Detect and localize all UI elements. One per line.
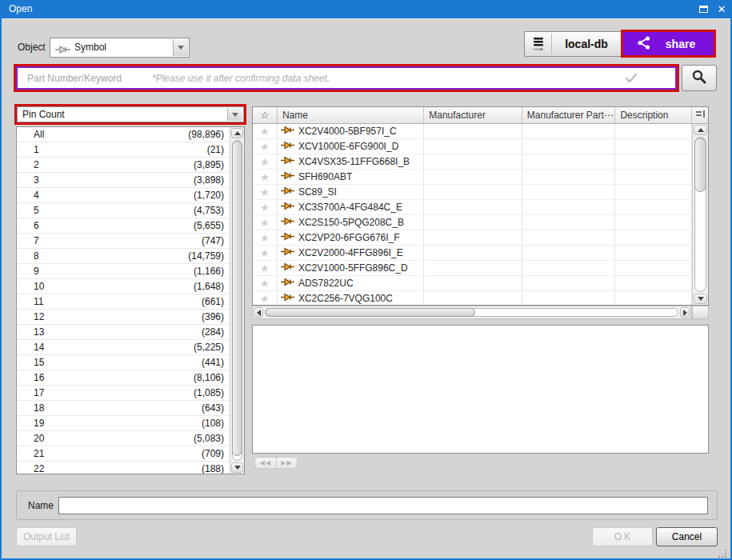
- pin-count-row[interactable]: 15(441): [17, 355, 230, 370]
- pin-list-scrollbar[interactable]: [230, 127, 244, 474]
- table-row[interactable]: ★XC4VSX35-11FFG668I_B: [253, 154, 692, 170]
- scroll-up-button[interactable]: [231, 128, 243, 138]
- table-scrollbar[interactable]: [692, 124, 708, 305]
- favorite-star-icon[interactable]: ★: [253, 246, 278, 260]
- part-name-cell[interactable]: SC89_SI: [278, 185, 424, 199]
- part-name-cell[interactable]: XC2C256-7VQG100C: [278, 291, 424, 305]
- favorite-star-icon[interactable]: ★: [253, 170, 278, 184]
- table-row[interactable]: ★XC2V2000-4FFG896I_E: [253, 246, 692, 261]
- description-cell[interactable]: [615, 230, 692, 245]
- pin-count-row[interactable]: 20(5,083): [17, 431, 230, 446]
- favorite-star-icon[interactable]: ★: [253, 230, 278, 245]
- pin-count-row[interactable]: 9(1,166): [17, 264, 230, 279]
- manufacturer-cell[interactable]: [424, 276, 522, 290]
- favorite-star-icon[interactable]: ★: [253, 124, 278, 138]
- manufacturer-cell[interactable]: [424, 170, 522, 184]
- name-input[interactable]: [58, 497, 708, 514]
- pin-count-row[interactable]: 13(284): [17, 325, 230, 340]
- favorite-column-header[interactable]: ☆: [253, 107, 278, 123]
- scroll-thumb[interactable]: [232, 141, 242, 456]
- object-type-dropdown[interactable]: Symbol: [50, 38, 190, 58]
- pin-count-row[interactable]: 10(1,648): [17, 279, 230, 294]
- table-row[interactable]: ★SC89_SI: [253, 185, 692, 200]
- pin-count-row[interactable]: 19(108): [17, 416, 230, 431]
- description-cell[interactable]: [615, 291, 692, 305]
- description-cell[interactable]: [615, 261, 692, 275]
- table-row[interactable]: ★SFH690ABT: [253, 170, 692, 185]
- description-column-header[interactable]: Description: [615, 107, 692, 123]
- part-name-cell[interactable]: ADS7822UC: [278, 276, 424, 290]
- pin-count-row[interactable]: 2(3,895): [17, 158, 230, 173]
- manufacturer-cell[interactable]: [424, 246, 522, 260]
- close-button[interactable]: ✕: [714, 2, 730, 16]
- description-cell[interactable]: [615, 170, 692, 184]
- pin-count-row[interactable]: 18(643): [17, 401, 230, 416]
- manufacturer-cell[interactable]: [424, 185, 522, 199]
- previous-page-button[interactable]: ◀◀: [254, 457, 276, 469]
- manufacturer-part-cell[interactable]: [522, 215, 616, 230]
- pin-count-row[interactable]: 12(396): [17, 310, 230, 325]
- manufacturer-cell[interactable]: [424, 154, 522, 169]
- part-name-cell[interactable]: XC2V2000-4FFG896I_E: [278, 246, 424, 260]
- description-cell[interactable]: [615, 154, 692, 169]
- scroll-left-button[interactable]: [254, 307, 263, 318]
- pin-count-row[interactable]: 6(5,655): [17, 218, 230, 234]
- table-row[interactable]: ★XC3S700A-4FG484C_E: [253, 200, 692, 215]
- share-button[interactable]: share: [623, 32, 714, 55]
- pin-count-row[interactable]: 1(21): [17, 142, 230, 158]
- cancel-button[interactable]: Cancel: [656, 527, 718, 546]
- local-db-button[interactable]: LOCAL local-db: [524, 31, 622, 57]
- manufacturer-part-cell[interactable]: [522, 170, 616, 184]
- pin-count-row[interactable]: All(98,896): [17, 127, 230, 142]
- table-row[interactable]: ★XC2VP20-6FGG676I_F: [253, 230, 692, 246]
- description-cell[interactable]: [615, 246, 692, 260]
- part-name-cell[interactable]: XC2V1000-5FFG896C_D: [278, 261, 424, 275]
- next-page-button[interactable]: ▶▶: [276, 457, 298, 469]
- manufacturer-part-cell[interactable]: [522, 291, 616, 305]
- favorite-star-icon[interactable]: ★: [253, 185, 278, 199]
- table-row[interactable]: ★XC2C256-7VQG100C: [253, 291, 692, 305]
- manufacturer-cell[interactable]: [424, 124, 522, 138]
- pin-count-row[interactable]: 22(188): [17, 462, 230, 474]
- part-name-cell[interactable]: XC2VP20-6FGG676I_F: [278, 230, 424, 245]
- manufacturer-part-cell[interactable]: [522, 276, 616, 290]
- scroll-thumb[interactable]: [266, 308, 475, 317]
- resize-grip[interactable]: [718, 547, 727, 557]
- manufacturer-part-cell[interactable]: [522, 246, 616, 260]
- description-cell[interactable]: [615, 139, 692, 154]
- manufacturer-part-cell[interactable]: [522, 139, 616, 154]
- manufacturer-part-cell[interactable]: [522, 154, 616, 169]
- pin-count-row[interactable]: 4(1,720): [17, 188, 230, 203]
- favorite-star-icon[interactable]: ★: [253, 139, 278, 154]
- object-dropdown-arrow[interactable]: [173, 39, 188, 56]
- part-name-cell[interactable]: XC3S700A-4FG484C_E: [278, 200, 424, 214]
- scroll-up-button[interactable]: [694, 125, 707, 135]
- manufacturer-cell[interactable]: [424, 261, 522, 275]
- pin-count-row[interactable]: 14(5,225): [17, 340, 230, 355]
- favorite-star-icon[interactable]: ★: [253, 261, 278, 275]
- pin-count-dropdown[interactable]: Pin Count: [17, 106, 244, 122]
- description-cell[interactable]: [615, 200, 692, 214]
- pin-count-row[interactable]: 17(1,085): [17, 386, 230, 401]
- scroll-thumb[interactable]: [694, 138, 706, 192]
- description-cell[interactable]: [615, 185, 692, 199]
- ok-button[interactable]: O K: [592, 527, 653, 546]
- search-input[interactable]: [18, 68, 675, 88]
- favorite-star-icon[interactable]: ★: [253, 276, 278, 290]
- manufacturer-part-cell[interactable]: [522, 230, 616, 245]
- pin-count-row[interactable]: 16(8,106): [17, 370, 230, 386]
- manufacturer-part-cell[interactable]: [522, 261, 616, 275]
- manufacturer-column-header[interactable]: Manufacturer: [424, 107, 522, 123]
- manufacturer-part-cell[interactable]: [522, 185, 616, 199]
- titlebar[interactable]: Open ✕: [0, 0, 732, 18]
- scroll-right-button[interactable]: [680, 307, 690, 318]
- manufacturer-cell[interactable]: [424, 230, 522, 245]
- part-name-cell[interactable]: XCV1000E-6FG900I_D: [278, 139, 424, 154]
- name-column-header[interactable]: Name: [278, 107, 424, 123]
- manufacturer-cell[interactable]: [424, 291, 522, 305]
- maximize-button[interactable]: [695, 2, 711, 16]
- search-button[interactable]: [682, 65, 717, 91]
- manufacturer-part-cell[interactable]: [522, 200, 616, 214]
- table-horizontal-scrollbar[interactable]: [252, 306, 691, 319]
- favorite-star-icon[interactable]: ★: [253, 154, 278, 169]
